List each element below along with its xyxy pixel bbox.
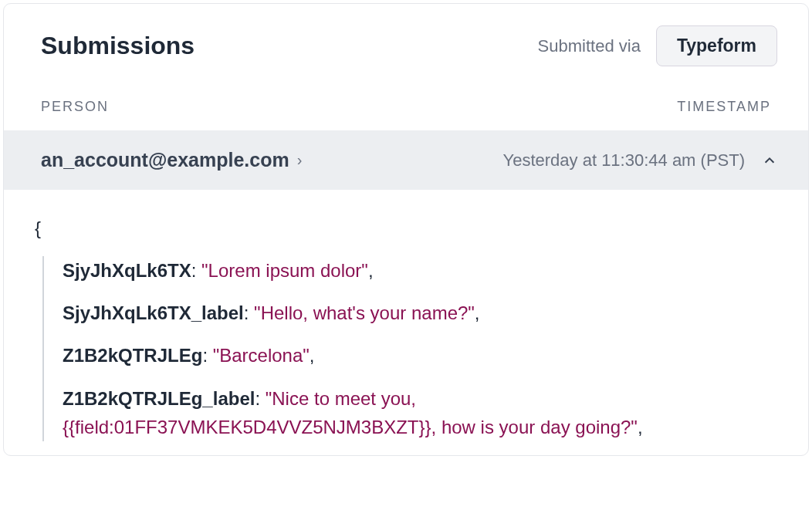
person-email: an_account@example.com	[41, 149, 289, 171]
submission-row[interactable]: an_account@example.com › Yesterday at 11…	[4, 130, 808, 190]
json-entry: SjyJhXqLk6TX: "Lorem ipsum dolor",	[63, 256, 777, 285]
submissions-card: Submissions Submitted via Typeform PERSO…	[3, 3, 809, 456]
open-brace: {	[35, 218, 777, 239]
json-value: "Hello, what's your name?"	[254, 302, 475, 323]
submitted-via-wrap: Submitted via Typeform	[538, 25, 777, 66]
timestamp-cell: Yesterday at 11:30:44 am (PST)	[503, 150, 745, 171]
chevron-right-icon: ›	[297, 151, 303, 169]
table-columns: PERSON TIMESTAMP	[4, 85, 808, 130]
json-key: SjyJhXqLk6TX	[63, 260, 191, 281]
row-right: Yesterday at 11:30:44 am (PST)	[503, 150, 777, 171]
json-value: "Lorem ipsum dolor"	[201, 260, 368, 281]
column-person: PERSON	[41, 99, 109, 115]
json-key: Z1B2kQTRJLEg	[63, 345, 202, 366]
json-key: SjyJhXqLk6TX_label	[63, 302, 244, 323]
json-value: "Barcelona"	[213, 345, 310, 366]
json-block: SjyJhXqLk6TX: "Lorem ipsum dolor", SjyJh…	[42, 256, 777, 441]
card-header: Submissions Submitted via Typeform	[4, 4, 808, 85]
chevron-up-icon[interactable]	[762, 153, 777, 168]
json-entry: Z1B2kQTRJLEg: "Barcelona",	[63, 341, 777, 370]
page-title: Submissions	[41, 32, 195, 60]
column-timestamp: TIMESTAMP	[677, 99, 771, 115]
json-entry: Z1B2kQTRJLEg_label: "Nice to meet you, {…	[63, 384, 777, 441]
source-badge[interactable]: Typeform	[656, 25, 777, 66]
payload-body: { SjyJhXqLk6TX: "Lorem ipsum dolor", Sjy…	[4, 190, 808, 441]
json-key: Z1B2kQTRJLEg_label	[63, 388, 255, 409]
json-entry: SjyJhXqLk6TX_label: "Hello, what's your …	[63, 299, 777, 327]
person-cell[interactable]: an_account@example.com ›	[41, 149, 302, 171]
submitted-via-label: Submitted via	[538, 36, 641, 56]
